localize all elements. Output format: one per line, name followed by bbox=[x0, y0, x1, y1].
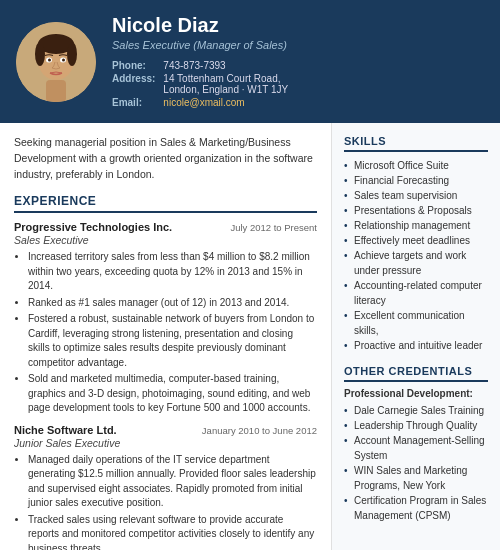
left-column: Seeking managerial position in Sales & M… bbox=[0, 123, 332, 550]
credential-item: Certification Program in Sales Managemen… bbox=[344, 493, 488, 523]
credentials-subtitle: Professional Development: bbox=[344, 388, 488, 399]
bullet-item: Sold and marketed multimedia, computer-b… bbox=[28, 372, 317, 416]
phone-label: Phone: bbox=[112, 59, 163, 72]
bullet-item: Fostered a robust, sustainable network o… bbox=[28, 312, 317, 370]
credential-item: Account Management-Selling System bbox=[344, 433, 488, 463]
bullet-item: Ranked as #1 sales manager (out of 12) i… bbox=[28, 296, 317, 311]
job-header-2: Niche Software Ltd. January 2010 to June… bbox=[14, 424, 317, 436]
experience-title: EXPERIENCE bbox=[14, 194, 317, 213]
objective-text: Seeking managerial position in Sales & M… bbox=[14, 135, 317, 182]
credentials-title: OTHER CREDENTIALS bbox=[344, 365, 488, 382]
skills-title: SKILLS bbox=[344, 135, 488, 152]
skill-item: Accounting-related computer literacy bbox=[344, 278, 488, 308]
credential-item: WIN Sales and Marketing Programs, New Yo… bbox=[344, 463, 488, 493]
skill-item: Sales team supervision bbox=[344, 188, 488, 203]
svg-point-10 bbox=[62, 58, 65, 61]
credentials-section: OTHER CREDENTIALS Professional Developme… bbox=[344, 365, 488, 523]
skill-item: Microsoft Office Suite bbox=[344, 158, 488, 173]
job-bullets-2: Managed daily operations of the IT servi… bbox=[14, 453, 317, 550]
skill-item: Financial Forecasting bbox=[344, 173, 488, 188]
svg-rect-1 bbox=[46, 80, 66, 102]
skill-item: Relationship management bbox=[344, 218, 488, 233]
credential-item: Leadership Through Quality bbox=[344, 418, 488, 433]
bullet-item: Increased territory sales from less than… bbox=[28, 250, 317, 294]
address-label: Address: bbox=[112, 72, 163, 96]
job-dates-1: July 2012 to Present bbox=[230, 222, 317, 233]
right-column: SKILLS Microsoft Office Suite Financial … bbox=[332, 123, 500, 550]
skills-section: SKILLS Microsoft Office Suite Financial … bbox=[344, 135, 488, 353]
svg-point-5 bbox=[35, 42, 45, 66]
main-content: Seeking managerial position in Sales & M… bbox=[0, 123, 500, 550]
company-name-1: Progressive Technologies Inc. bbox=[14, 221, 172, 233]
candidate-title: Sales Executive (Manager of Sales) bbox=[112, 39, 484, 51]
svg-point-9 bbox=[48, 58, 51, 61]
company-name-2: Niche Software Ltd. bbox=[14, 424, 117, 436]
contact-table: Phone: 743-873-7393 Address: 14 Tottenha… bbox=[112, 59, 294, 109]
skill-item: Achieve targets and work under pressure bbox=[344, 248, 488, 278]
experience-section: EXPERIENCE Progressive Technologies Inc.… bbox=[14, 194, 317, 550]
header-info: Nicole Diaz Sales Executive (Manager of … bbox=[112, 14, 484, 109]
job-bullets-1: Increased territory sales from less than… bbox=[14, 250, 317, 416]
candidate-name: Nicole Diaz bbox=[112, 14, 484, 37]
bullet-item: Managed daily operations of the IT servi… bbox=[28, 453, 317, 511]
skill-item: Proactive and intuitive leader bbox=[344, 338, 488, 353]
email-value: nicole@xmail.com bbox=[163, 96, 294, 109]
job-title-2: Junior Sales Executive bbox=[14, 437, 317, 449]
credentials-list: Dale Carnegie Sales Training Leadership … bbox=[344, 403, 488, 523]
job-header-1: Progressive Technologies Inc. July 2012 … bbox=[14, 221, 317, 233]
job-title-1: Sales Executive bbox=[14, 234, 317, 246]
skill-item: Excellent communication skills, bbox=[344, 308, 488, 338]
resume-header: Nicole Diaz Sales Executive (Manager of … bbox=[0, 0, 500, 123]
skills-list: Microsoft Office Suite Financial Forecas… bbox=[344, 158, 488, 353]
avatar bbox=[16, 22, 96, 102]
skill-item: Presentations & Proposals bbox=[344, 203, 488, 218]
email-label: Email: bbox=[112, 96, 163, 109]
phone-value: 743-873-7393 bbox=[163, 59, 294, 72]
skill-item: Effectively meet deadlines bbox=[344, 233, 488, 248]
credential-item: Dale Carnegie Sales Training bbox=[344, 403, 488, 418]
svg-point-6 bbox=[67, 42, 77, 66]
address-value: 14 Tottenham Court Road, London, England… bbox=[163, 72, 294, 96]
bullet-item: Tracked sales using relevant software to… bbox=[28, 513, 317, 550]
job-dates-2: January 2010 to June 2012 bbox=[202, 425, 317, 436]
